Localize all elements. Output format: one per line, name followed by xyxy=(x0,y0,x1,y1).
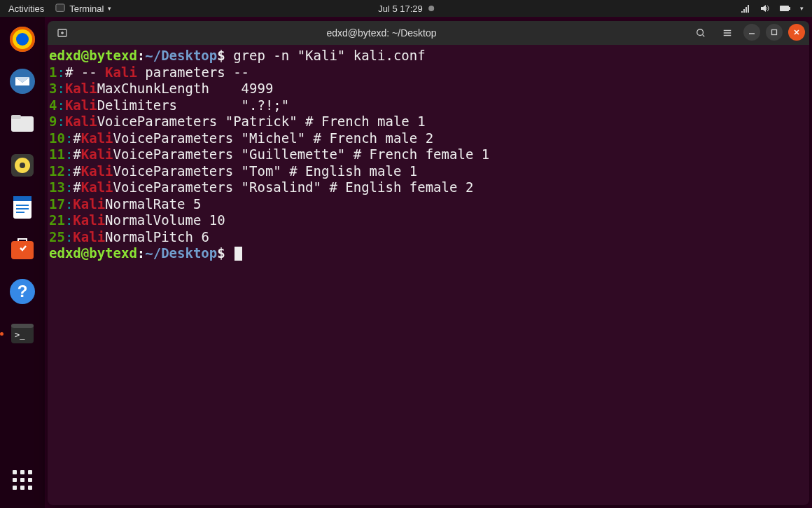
svg-rect-14 xyxy=(16,208,29,210)
hamburger-icon xyxy=(722,28,732,38)
writer-icon[interactable] xyxy=(6,191,39,224)
terminal-window: edxd@bytexd: ~/Desktop edxd@bytexd:~/Des… xyxy=(48,21,809,505)
maximize-icon xyxy=(770,28,778,36)
search-button[interactable] xyxy=(690,24,711,42)
clock[interactable]: Jul 5 17:29 xyxy=(378,4,434,14)
clock-label: Jul 5 17:29 xyxy=(378,4,423,14)
files-icon[interactable] xyxy=(6,107,39,140)
minimize-button[interactable] xyxy=(743,24,760,41)
titlebar[interactable]: edxd@bytexd: ~/Desktop xyxy=(48,21,809,45)
network-icon xyxy=(740,3,751,14)
svg-text:>_: >_ xyxy=(15,330,25,340)
svg-rect-0 xyxy=(56,4,64,12)
software-icon[interactable] xyxy=(6,233,39,266)
top-bar: Activities Terminal ▾ Jul 5 17:29 ▾ xyxy=(0,0,812,17)
svg-point-4 xyxy=(16,33,29,46)
svg-point-23 xyxy=(697,29,704,36)
svg-rect-15 xyxy=(16,212,24,213)
show-apps-button[interactable] xyxy=(6,463,39,497)
volume-icon xyxy=(760,3,771,14)
help-icon[interactable]: ? xyxy=(6,275,39,308)
firefox-icon[interactable] xyxy=(6,22,39,56)
dock: ? >_ xyxy=(0,17,45,508)
svg-rect-2 xyxy=(789,7,790,10)
svg-text:?: ? xyxy=(18,282,28,301)
chevron-down-icon: ▾ xyxy=(800,5,804,12)
terminal-body[interactable]: edxd@bytexd:~/Desktop$ grep -n "Kali" ka… xyxy=(48,45,809,505)
svg-rect-13 xyxy=(16,205,29,206)
activities-button[interactable]: Activities xyxy=(8,4,44,14)
svg-rect-12 xyxy=(13,196,31,201)
close-button[interactable] xyxy=(788,24,805,41)
search-icon xyxy=(696,28,706,38)
terminal-icon[interactable]: >_ xyxy=(6,317,39,350)
system-tray[interactable]: ▾ xyxy=(740,3,812,14)
close-icon xyxy=(792,28,801,36)
app-menu-label: Terminal xyxy=(69,4,104,14)
new-tab-button[interactable] xyxy=(52,24,73,42)
minimize-icon xyxy=(748,28,756,36)
rhythmbox-icon[interactable] xyxy=(6,149,39,182)
svg-rect-20 xyxy=(11,324,34,328)
app-menu[interactable]: Terminal ▾ xyxy=(55,4,111,14)
svg-point-10 xyxy=(20,163,25,168)
battery-icon xyxy=(779,4,792,13)
chevron-down-icon: ▾ xyxy=(108,5,111,12)
notification-dot-icon xyxy=(428,6,434,11)
svg-rect-1 xyxy=(780,6,789,11)
menu-button[interactable] xyxy=(717,24,738,42)
window-title: edxd@bytexd: ~/Desktop xyxy=(77,27,686,39)
thunderbird-icon[interactable] xyxy=(6,64,39,98)
svg-rect-24 xyxy=(772,30,777,35)
svg-rect-7 xyxy=(11,115,21,119)
maximize-button[interactable] xyxy=(766,24,783,41)
